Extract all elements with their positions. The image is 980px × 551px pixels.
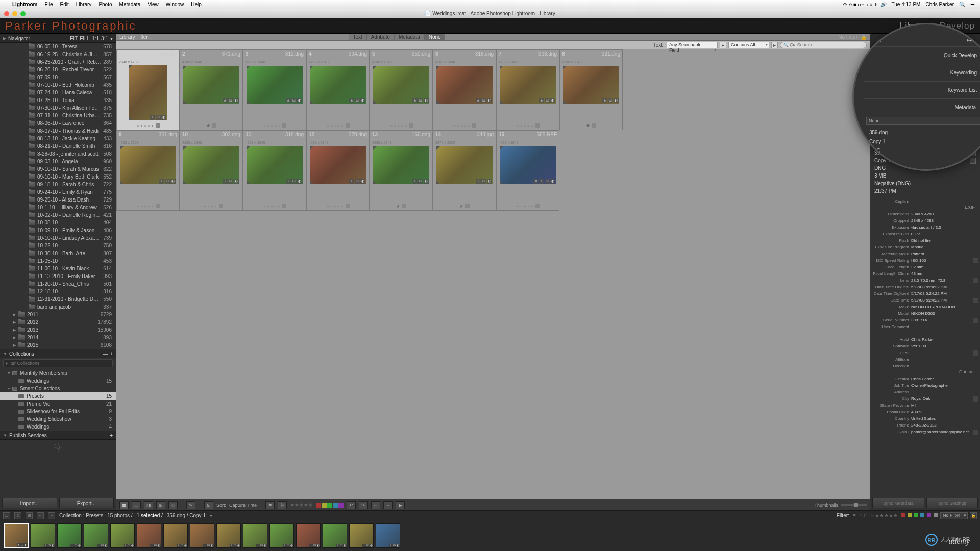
grid-cell[interactable]: 10302.dng4288 x 2848±⊡◐ — [180, 130, 243, 211]
folder-year[interactable]: ▶20156108 — [0, 341, 116, 349]
folder-year[interactable]: ▶201315906 — [0, 326, 116, 334]
menu-file[interactable]: File — [44, 2, 53, 7]
collection-item[interactable]: Promo Vid21 — [0, 400, 116, 408]
publish-header[interactable]: ▼ Publish Services + — [0, 431, 116, 440]
folder-year[interactable]: ▶20116729 — [0, 311, 116, 318]
metadata-value[interactable]: 5/17/08 5:24:22 PM — [911, 285, 978, 289]
collection-group[interactable]: ▼Smart Collections — [0, 385, 116, 392]
folder-row[interactable]: 08-06-10 - Lawrence364 — [0, 119, 116, 127]
metadata-value[interactable]: ¹⁄₂₂₅ sec at f / 3.5 — [911, 225, 978, 230]
filter-tab-text[interactable]: Text — [349, 34, 366, 40]
folder-row[interactable]: 11-05-10453 — [0, 257, 116, 265]
filter-preset-dd[interactable]: No Filter — [940, 512, 968, 519]
filmstrip-thumb[interactable]: ±⊡◐ — [243, 523, 267, 548]
thumbnail-grid[interactable]: 1359.dng2848 x 4288±⊡◐2371.dng4288 x 284… — [116, 49, 870, 499]
metadata-value[interactable]: 48 mm — [911, 271, 978, 276]
folder-row[interactable]: 06-25-2010 - Grant + Rebecca289 — [0, 58, 116, 66]
menu-photo[interactable]: Photo — [99, 2, 112, 7]
source-path[interactable]: Collection : Presets — [59, 513, 103, 518]
search-rule-dd[interactable]: Contains All — [728, 42, 769, 48]
metadata-value[interactable]: MI — [911, 403, 978, 408]
metadata-value[interactable]: parker@parkerphotographic.net — [911, 430, 972, 434]
collection-item[interactable]: Slideshow for Fall Edits9 — [0, 408, 116, 415]
filmstrip-thumb[interactable]: ±⊡◐ — [57, 523, 82, 548]
metadata-value[interactable]: 5/17/08 5:24:22 PM — [911, 291, 978, 296]
folder-row[interactable]: 09-10-10 - Sarah & Marcus622 — [0, 165, 116, 173]
folder-row[interactable]: 09-25-10 - Alissa Dash729 — [0, 196, 116, 204]
slideshow-icon[interactable]: ▶ — [396, 501, 405, 509]
filter-tab-attribute[interactable]: Attribute — [366, 34, 394, 40]
navigator-header[interactable]: ▶ Navigator FITFILL 1:13:1▾ — [0, 34, 116, 43]
notification-icon[interactable]: ☰ — [970, 2, 975, 7]
thumbnail-size-slider[interactable] — [841, 504, 867, 506]
collection-group[interactable]: ▼Monthly Membership — [0, 369, 116, 377]
filmstrip-thumb[interactable]: ±⊡◐ — [31, 523, 55, 548]
folder-row[interactable]: 12-18-10316 — [0, 288, 116, 295]
thumbnail[interactable]: ±⊡◐ — [563, 66, 619, 104]
folder-row[interactable]: 11-20-10 - Shea_Chris501 — [0, 280, 116, 288]
grid-cell[interactable]: 7303.dng4288 x 2848±⊡◐ — [496, 49, 559, 130]
thumbnail[interactable]: ≡±⊡◐ — [500, 146, 556, 184]
thumbnail[interactable]: ±⊡◐ — [183, 66, 239, 104]
filter-preset[interactable]: No Filter — [838, 34, 857, 40]
filmstrip-thumb[interactable]: ±⊡◐ — [296, 523, 321, 548]
thumbnail[interactable]: ±⊡◐ — [247, 146, 303, 184]
second-window-2-icon[interactable]: 2 — [14, 512, 21, 519]
view-grid-icon[interactable]: ▦ — [119, 501, 129, 509]
menubar-clock[interactable]: Tue 4:13 PM — [892, 2, 921, 7]
filter-stars[interactable]: ≥ ★★★★★ — [870, 513, 898, 518]
search-field-dd[interactable]: Any Searchable Field — [667, 42, 718, 48]
folder-row[interactable]: 07-09-10567 — [0, 73, 116, 81]
grid-cell[interactable]: 15565.NEF4288 x 2848≡±⊡◐ — [496, 130, 559, 211]
metadata-value[interactable]: NIKON D300 — [911, 311, 978, 316]
thumbnail[interactable]: ±⊡◐ — [120, 146, 176, 184]
menu-edit[interactable]: Edit — [60, 2, 69, 7]
rule-toggle-2[interactable]: ▸ — [771, 42, 778, 48]
folder-row[interactable]: 06-19-25 - Christian & Jimmy857 — [0, 51, 116, 58]
menu-view[interactable]: View — [148, 2, 159, 7]
filter-colors[interactable] — [900, 513, 938, 518]
flag-pick-icon[interactable]: ⚑ — [265, 501, 275, 509]
folder-row[interactable]: 07-25-10 - Tonia435 — [0, 96, 116, 104]
grid-cell[interactable]: 12270.dng4288 x 2848±⊡◐ — [306, 130, 370, 211]
grid-cell[interactable]: 5250.dng4288 x 2848±⊡◐ — [370, 49, 433, 130]
grid-cell[interactable]: 4394.dng4288 x 2848±⊡◐ — [306, 49, 370, 130]
folder-row[interactable]: 07-24-10 - Liana Caleca518 — [0, 89, 116, 96]
thumbnail[interactable]: ±⊡◐ — [500, 66, 556, 104]
folder-row[interactable]: 10-10-10 - Lindsey Alexander739 — [0, 234, 116, 242]
export-button[interactable]: Export... — [59, 498, 114, 508]
grid-cell[interactable]: 9351.dng4288 x 2309±⊡◐ — [116, 130, 180, 211]
collection-item[interactable]: Weddings15 — [0, 377, 116, 385]
sync-settings-button[interactable]: Sync Settings — [926, 498, 978, 508]
filmstrip-thumb[interactable]: ±⊡◐ — [137, 523, 161, 548]
folder-row[interactable]: 11-06-10 - Kevin Black614 — [0, 265, 116, 272]
rotate-cw-icon[interactable]: ↷ — [359, 501, 368, 509]
thumbnail[interactable]: ±⊡◐ — [373, 66, 429, 104]
filter-collections-icon[interactable]: — — [103, 351, 108, 357]
search-input[interactable]: Q▸ Search — [780, 42, 867, 48]
view-survey-icon[interactable]: ⊞ — [156, 501, 165, 509]
menubar-user[interactable]: Chris Parker — [925, 2, 954, 7]
menu-window[interactable]: Window — [166, 2, 184, 7]
filmstrip[interactable]: ±⊡◐±⊡◐±⊡◐±⊡◐±⊡◐±⊡◐±⊡◐±⊡◐±⊡◐±⊡◐±⊡◐±⊡◐±⊡◐±… — [0, 520, 980, 551]
metadata-value[interactable]: Did not fire — [911, 238, 978, 243]
metadata-value[interactable]: 0 EV — [911, 232, 978, 236]
folder-row[interactable]: 10-08-10404 — [0, 219, 116, 227]
folder-row[interactable]: 08-13-10 - Jackie Keating433 — [0, 135, 116, 142]
folder-row[interactable]: 10-02-10 - Danielle Reginella421 — [0, 211, 116, 219]
filmstrip-thumb[interactable]: ±⊡◐ — [84, 523, 108, 548]
filter-lock-icon[interactable]: 🔒 — [970, 512, 977, 519]
import-button[interactable]: Import... — [2, 498, 57, 508]
grid-cell[interactable]: 14343.jpg3872 x 2592±⊡◐★ — [433, 130, 496, 211]
metadata-value[interactable]: Chris Parker — [911, 337, 978, 342]
sort-dir-icon[interactable]: a↓ — [204, 501, 213, 509]
metadata-value[interactable]: 2848 x 4288 — [911, 212, 978, 216]
collections-header[interactable]: ▼ Collections —+ — [0, 349, 116, 358]
metadata-value[interactable]: 32 mm — [911, 265, 978, 269]
thumbnail[interactable]: ±⊡◐ — [310, 146, 366, 184]
filmstrip-thumb[interactable]: ±⊡◐ — [216, 523, 241, 548]
folder-row[interactable]: 09-10-10 - Mary Beth Clark552 — [0, 173, 116, 181]
folder-row[interactable]: 10-22-10750 — [0, 242, 116, 249]
goto-icon[interactable] — [973, 396, 978, 402]
goto-icon[interactable] — [973, 350, 978, 356]
